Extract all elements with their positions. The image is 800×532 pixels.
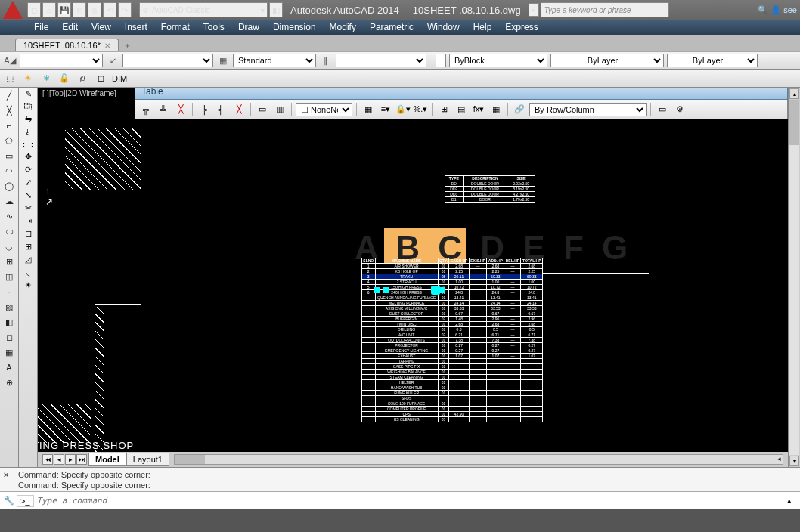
horizontal-scrollbar[interactable]: ◂: [174, 454, 783, 465]
cell-style-select[interactable]: By Row/Column: [529, 103, 647, 116]
freeze-icon[interactable]: ❄: [39, 72, 53, 85]
layout-nav-prev-icon[interactable]: ◂: [54, 454, 64, 465]
textstyle-icon[interactable]: A◢: [3, 54, 17, 67]
command-line[interactable]: 🔧 >_ ▴: [0, 491, 800, 509]
menu-tools[interactable]: Tools: [203, 22, 225, 32]
array-icon[interactable]: ⋮⋮: [20, 139, 36, 149]
insert-icon[interactable]: ⊞: [2, 255, 16, 268]
mlstyle-icon[interactable]: ∥: [319, 54, 333, 67]
table-settings-icon[interactable]: ⚙: [672, 103, 687, 116]
insert-col-right-icon[interactable]: ╣: [214, 103, 229, 116]
menu-edit[interactable]: Edit: [62, 22, 78, 32]
chamfer-icon[interactable]: ◿: [25, 255, 31, 264]
spline-icon[interactable]: ∿: [2, 210, 16, 222]
rectangle-icon[interactable]: ▭: [2, 150, 16, 162]
app-logo[interactable]: [3, 1, 23, 19]
doctitle-nav-icon[interactable]: ▸: [529, 3, 539, 17]
cell-align-icon[interactable]: ≡▾: [378, 103, 393, 116]
mirror-icon[interactable]: ⇋: [25, 114, 32, 124]
stretch-icon[interactable]: ⤡: [25, 190, 32, 200]
scrollbar-track[interactable]: [789, 100, 799, 455]
erase-icon[interactable]: ✎: [25, 89, 32, 99]
menu-modify[interactable]: Modify: [330, 22, 356, 32]
menu-dimension[interactable]: Dimension: [273, 22, 316, 32]
merge-cells-icon[interactable]: ▭: [255, 103, 270, 116]
scrollbar-thumb[interactable]: [789, 100, 799, 145]
fillet-icon[interactable]: ◟: [26, 268, 29, 277]
ellipsearc-icon[interactable]: ◡: [2, 240, 16, 252]
menu-view[interactable]: View: [91, 22, 111, 32]
addselected-icon[interactable]: ⊕: [2, 376, 16, 388]
break-icon[interactable]: ⊟: [25, 229, 32, 239]
menu-express[interactable]: Express: [505, 22, 538, 32]
dimstyle-select[interactable]: [122, 54, 213, 67]
layout-nav-first-icon[interactable]: ⏮: [42, 454, 53, 465]
xline-icon[interactable]: ╳: [2, 104, 16, 116]
join-icon[interactable]: ⊞: [25, 242, 32, 252]
cell-lock-icon[interactable]: 🔒▾: [395, 103, 411, 116]
sun-icon[interactable]: ☀: [21, 72, 35, 85]
circle-icon[interactable]: ◯: [2, 180, 16, 192]
layout-nav-last-icon[interactable]: ⏭: [76, 454, 87, 465]
rotate-icon[interactable]: ⟳: [25, 165, 32, 175]
cmdline-config-icon[interactable]: 🔧: [3, 495, 15, 507]
polyline-icon[interactable]: ⌐: [2, 119, 16, 131]
workspace-switcher[interactable]: ⚙ AutoCAD Classic ▾: [139, 2, 268, 17]
menu-window[interactable]: Window: [427, 22, 460, 32]
redo-icon[interactable]: ↷: [118, 2, 132, 17]
cell-fill-select[interactable]: ☐ NoneNone: [296, 103, 352, 116]
trim-icon[interactable]: ✂: [25, 203, 32, 213]
explode-icon[interactable]: ✴: [25, 280, 32, 290]
scroll-up-icon[interactable]: ▴: [789, 88, 799, 99]
save-icon[interactable]: 💾: [57, 2, 71, 17]
signin-icon[interactable]: 👤: [771, 5, 781, 15]
vertical-scrollbar[interactable]: ▴ ▾: [788, 88, 800, 467]
table-panel-title[interactable]: Table: [135, 88, 788, 100]
unmerge-cells-icon[interactable]: ▥: [272, 103, 287, 116]
command-input[interactable]: [37, 496, 783, 506]
scroll-down-icon[interactable]: ▾: [789, 456, 799, 466]
infocenter-icon[interactable]: 🔍: [758, 5, 768, 15]
gradient-icon[interactable]: ◧: [2, 316, 16, 328]
undo-icon[interactable]: ↶: [103, 2, 116, 17]
region-icon[interactable]: ◻: [2, 331, 16, 343]
close-tab-icon[interactable]: ✕: [104, 42, 110, 50]
new-icon[interactable]: ◻: [27, 2, 41, 17]
menu-parametric[interactable]: Parametric: [370, 22, 414, 32]
grip-icon[interactable]: [374, 287, 380, 293]
workspace-settings-icon[interactable]: ◧: [269, 2, 283, 17]
insert-formula-icon[interactable]: fx▾: [471, 103, 486, 116]
insert-row-below-icon[interactable]: ╩: [156, 103, 171, 116]
lock-icon[interactable]: 🔓: [57, 72, 71, 85]
color-select[interactable]: ByBlock: [449, 54, 547, 67]
layout-nav-next-icon[interactable]: ▸: [65, 454, 76, 465]
insert-block-icon[interactable]: ⊞: [436, 103, 451, 116]
new-tab-icon[interactable]: ＋: [123, 40, 132, 51]
dimstyle-icon[interactable]: ↙: [106, 54, 119, 67]
mtext-icon[interactable]: A: [2, 361, 16, 373]
command-history[interactable]: ✕ Command: Specify opposite corner: Comm…: [0, 467, 800, 491]
layout-tab-layout1[interactable]: Layout1: [126, 453, 169, 466]
move-icon[interactable]: ✥: [25, 152, 32, 162]
mlstyle-select[interactable]: [336, 54, 426, 67]
grip-icon[interactable]: [439, 287, 445, 293]
hatch-icon[interactable]: ▨: [2, 301, 16, 313]
block-icon[interactable]: ◫: [2, 271, 16, 283]
ellipse-icon[interactable]: ⬭: [2, 225, 16, 237]
polygon-icon[interactable]: ⬠: [2, 135, 16, 147]
saveas-icon[interactable]: ⎘: [73, 2, 86, 17]
textstyle-select[interactable]: [20, 54, 103, 67]
scale-icon[interactable]: ⤢: [25, 178, 32, 187]
cell-format-icon[interactable]: %.▾: [413, 103, 428, 116]
point-icon[interactable]: ·: [2, 286, 16, 298]
tablestyle-select[interactable]: Standard: [233, 54, 316, 67]
match-cell-icon[interactable]: ▭: [655, 103, 670, 116]
link-cell-icon[interactable]: 🔗: [512, 103, 527, 116]
drawing-canvas[interactable]: [-][Top][2D Wireframe] Table ╦ ╩ ╳ ╠ ╣ ╳…: [38, 88, 788, 467]
revcloud-icon[interactable]: ☁: [2, 195, 16, 207]
cell-border-icon[interactable]: ▦: [361, 103, 376, 116]
linetype-select[interactable]: ByLayer: [550, 54, 664, 67]
menu-insert[interactable]: Insert: [125, 22, 147, 32]
delete-row-icon[interactable]: ╳: [173, 103, 188, 116]
menu-format[interactable]: Format: [161, 22, 190, 32]
